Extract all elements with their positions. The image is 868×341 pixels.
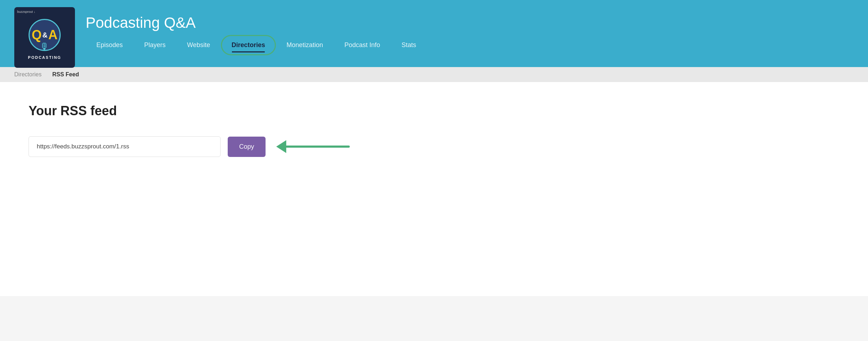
tab-stats[interactable]: Stats (391, 38, 427, 52)
nav-tabs: Episodes Players Website Directories Mon… (86, 38, 854, 52)
arrow-container (276, 140, 350, 153)
main-content: Your RSS feed Copy (0, 82, 868, 296)
rss-section-title: Your RSS feed (29, 103, 839, 118)
logo-amp: & (42, 31, 47, 39)
sub-nav: Directories RSS Feed (0, 67, 868, 82)
tab-directories[interactable]: Directories (221, 38, 276, 52)
green-arrow-icon (276, 140, 350, 153)
rss-url-input[interactable] (29, 136, 221, 157)
header-right: Podcasting Q&A Episodes Players Website … (86, 7, 854, 52)
logo-podcasting-label: PODCASTING (28, 55, 61, 60)
logo-a: A (48, 29, 57, 41)
logo-qa-circle: Q & A 🎙 (29, 19, 61, 51)
sub-nav-rss-feed[interactable]: RSS Feed (52, 71, 79, 78)
sub-nav-directories[interactable]: Directories (14, 71, 41, 78)
microphone-icon: 🎙 (40, 41, 50, 53)
tab-website[interactable]: Website (176, 38, 221, 52)
copy-button[interactable]: Copy (228, 137, 266, 157)
podcast-logo: buzzsprout ↓ Q & A 🎙 PODCASTING (14, 7, 75, 68)
arrow-head (276, 140, 286, 153)
header-top: buzzsprout ↓ Q & A 🎙 PODCASTING Podcasti… (0, 0, 868, 67)
tab-episodes[interactable]: Episodes (86, 38, 133, 52)
podcast-title: Podcasting Q&A (86, 14, 854, 31)
arrow-line (286, 146, 350, 148)
logo-content: Q & A 🎙 PODCASTING (14, 7, 75, 68)
logo-q: Q (32, 29, 42, 41)
buzzsprout-label: buzzsprout ↓ (17, 10, 35, 14)
tab-players[interactable]: Players (133, 38, 176, 52)
rss-feed-row: Copy (29, 136, 350, 157)
tab-podcast-info[interactable]: Podcast Info (334, 38, 391, 52)
tab-monetization[interactable]: Monetization (276, 38, 334, 52)
